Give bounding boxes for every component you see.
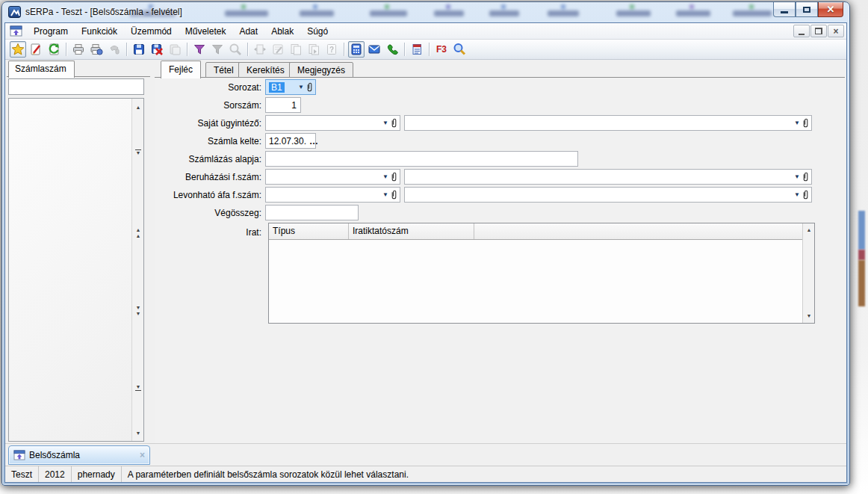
sorozat-label: Sorozat:: [155, 82, 265, 93]
levonhato-afa-label: Levonható áfa f.szám:: [155, 190, 265, 200]
maximize-button[interactable]: [796, 2, 818, 17]
minimize-button[interactable]: [773, 2, 796, 17]
invoice-number-panel: Számlaszám ▲ ▼ ▲▲ ▼▼ ▼ ▼: [7, 60, 150, 443]
paperclip-icon[interactable]: [391, 172, 397, 182]
irat-table-scrollbar[interactable]: ▲ ▼: [802, 223, 814, 323]
close-button[interactable]: ✕: [818, 2, 843, 17]
sajat-ugyintezo-combo[interactable]: ▼: [265, 115, 400, 131]
edit-document-icon[interactable]: [28, 41, 44, 58]
paperclip-icon[interactable]: [391, 118, 397, 128]
statusbar: Teszt 2012 phernady A paraméterben defin…: [5, 466, 846, 482]
column-iratiktatoszam[interactable]: Iratiktatószám: [349, 223, 474, 239]
app-logo-icon: [8, 6, 21, 18]
save-delete-icon[interactable]: [149, 41, 165, 58]
chevron-down-icon[interactable]: ▼: [382, 173, 388, 180]
menu-program[interactable]: Program: [27, 24, 75, 39]
scroll-up-icon[interactable]: ▲: [803, 227, 815, 233]
tab-kerekites[interactable]: Kerekítés: [238, 62, 293, 78]
mdi-minimize-button[interactable]: [793, 25, 810, 37]
column-empty: [474, 223, 814, 239]
sajat-ugyintezo-name-combo[interactable]: ▼: [404, 115, 812, 131]
scroll-pagedown-icon[interactable]: ▼▼: [132, 305, 144, 317]
mdi-child-icon[interactable]: [10, 25, 22, 37]
paperclip-icon[interactable]: [802, 118, 809, 128]
search-disabled-icon: [227, 41, 244, 58]
beruhazasi-label: Beruházási f.szám:: [155, 172, 265, 182]
vegosszeg-input[interactable]: [265, 205, 359, 220]
notes-icon: [270, 41, 286, 58]
menu-funkciok[interactable]: Funkciók: [75, 24, 124, 39]
scroll-bottom-icon[interactable]: ▼: [132, 384, 144, 391]
menu-sugo[interactable]: Súgó: [300, 24, 335, 39]
szamlazas-alapja-input[interactable]: [265, 151, 578, 167]
invoice-number-filter-input[interactable]: [8, 78, 144, 95]
beruhazasi-combo[interactable]: ▼: [265, 169, 400, 185]
filter-clear-icon: [209, 41, 226, 58]
date-picker-button[interactable]: …: [306, 136, 319, 146]
svg-text:?: ?: [329, 46, 334, 54]
scroll-up-icon[interactable]: ▲: [132, 105, 144, 111]
sorszam-label: Sorszám:: [155, 100, 265, 111]
paperclip-icon[interactable]: [802, 190, 809, 200]
search-icon[interactable]: [451, 41, 468, 58]
column-tipus[interactable]: Típus: [269, 223, 349, 239]
scroll-down-icon[interactable]: ▼: [803, 313, 815, 319]
tab-tetel[interactable]: Tétel: [205, 62, 242, 78]
background-window-edge-red: [858, 250, 865, 260]
star-new-icon[interactable]: [10, 41, 26, 58]
titlebar[interactable]: sERPa - Teszt - [Belsőszámla - felvétel]…: [2, 2, 849, 22]
chevron-down-icon[interactable]: ▼: [794, 120, 800, 126]
mdi-close-button[interactable]: ×: [828, 25, 844, 37]
calculator-icon[interactable]: [348, 41, 365, 58]
status-user: phernady: [72, 466, 122, 482]
szamla-kelte-field[interactable]: 12.07.30. …: [265, 133, 316, 149]
sorozat-combo[interactable]: B1 ▼: [265, 79, 316, 95]
menu-ablak[interactable]: Ablak: [264, 24, 300, 39]
irat-label: Irat:: [155, 227, 265, 238]
chevron-down-icon[interactable]: ▼: [298, 84, 304, 90]
tab-belsoszamla[interactable]: Belsőszámla ×: [8, 445, 150, 465]
scroll-down-icon[interactable]: ▼: [132, 430, 144, 436]
document-ruler-icon[interactable]: [409, 41, 425, 58]
paperclip-icon[interactable]: [802, 172, 809, 182]
tab-megjegyzes[interactable]: Megjegyzés: [289, 62, 353, 78]
sorszam-input[interactable]: [265, 97, 301, 113]
scroll-top-icon[interactable]: ▼: [132, 149, 144, 156]
chevron-down-icon[interactable]: ▼: [794, 191, 800, 198]
save-icon[interactable]: [131, 41, 147, 58]
f3-function-icon[interactable]: F3: [433, 41, 450, 58]
phone-icon[interactable]: [384, 41, 400, 58]
chevron-down-icon[interactable]: ▼: [794, 173, 800, 180]
revert-document-icon[interactable]: [46, 41, 62, 58]
invoice-form-panel: Fejléc Tétel Kerekítés Megjegyzés Soroza…: [155, 60, 845, 443]
list-scrollbar[interactable]: ▲ ▼ ▲▲ ▼▼ ▼ ▼: [131, 99, 143, 441]
irat-table[interactable]: Típus Iratiktatószám ▲ ▼: [268, 223, 815, 324]
tab-szamlaszam[interactable]: Számlaszám: [8, 61, 75, 78]
window-split-icon: [252, 41, 268, 58]
levonhato-afa-combo[interactable]: ▼: [265, 187, 400, 203]
levonhato-afa-name-combo[interactable]: ▼: [404, 187, 812, 203]
form-tabstrip: Fejléc Tétel Kerekítés Megjegyzés: [155, 60, 845, 78]
open-windows-tabbar: Belsőszámla ×: [5, 443, 846, 466]
print-disabled-icon: [106, 41, 123, 58]
beruhazasi-name-combo[interactable]: ▼: [404, 169, 812, 185]
mail-icon[interactable]: [366, 41, 382, 58]
szamla-kelte-value: 12.07.30.: [269, 136, 306, 146]
menu-adat[interactable]: Adat: [232, 24, 264, 39]
status-year: 2012: [39, 466, 72, 482]
chevron-down-icon[interactable]: ▼: [382, 120, 388, 126]
menu-muveletek[interactable]: Műveletek: [179, 24, 233, 39]
tab-fejlec[interactable]: Fejléc: [161, 61, 201, 78]
close-tab-icon[interactable]: ×: [140, 450, 145, 460]
paperclip-icon[interactable]: [391, 190, 397, 200]
print-device-icon[interactable]: [88, 41, 105, 58]
scroll-pageup-icon[interactable]: ▲▲: [132, 227, 144, 239]
print-icon[interactable]: [70, 41, 87, 58]
mdi-restore-button[interactable]: [810, 25, 827, 37]
invoice-number-list[interactable]: ▲ ▼ ▲▲ ▼▼ ▼ ▼: [8, 98, 144, 442]
paperclip-icon[interactable]: [306, 82, 313, 92]
chevron-down-icon[interactable]: ▼: [382, 191, 388, 198]
filter-icon[interactable]: [191, 41, 208, 58]
menu-uzemmod[interactable]: Üzemmód: [124, 24, 179, 39]
copy-icon: [288, 41, 304, 58]
